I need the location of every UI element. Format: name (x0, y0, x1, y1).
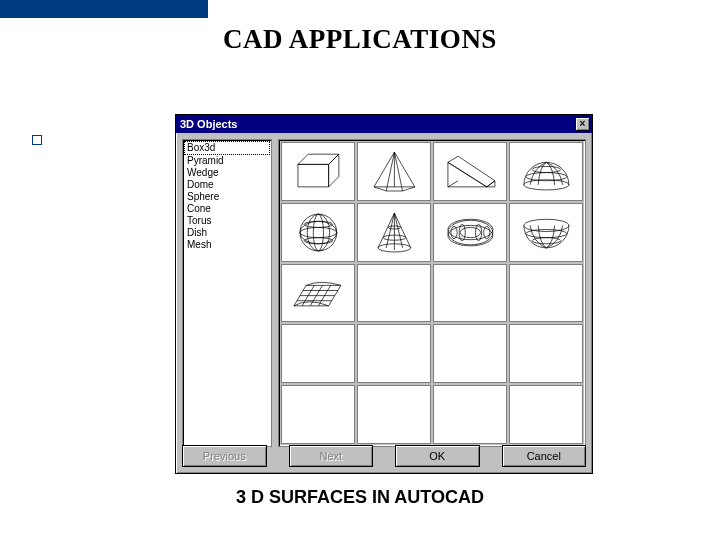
preview-blank[interactable] (433, 324, 507, 383)
svg-point-26 (448, 219, 493, 239)
svg-marker-0 (298, 164, 329, 186)
svg-point-27 (448, 225, 493, 245)
list-item[interactable]: Box3d (184, 141, 270, 155)
cancel-button[interactable]: Cancel (502, 445, 587, 467)
close-icon: × (580, 119, 586, 129)
preview-blank[interactable] (509, 264, 583, 323)
preview-dish[interactable] (509, 203, 583, 262)
preview-blank[interactable] (509, 324, 583, 383)
svg-point-24 (448, 220, 493, 245)
button-row: Previous Next OK Cancel (182, 445, 586, 467)
list-item[interactable]: Dome (184, 179, 270, 191)
preview-dome[interactable] (509, 142, 583, 201)
preview-blank[interactable] (281, 385, 355, 444)
svg-marker-9 (486, 181, 494, 187)
svg-line-6 (394, 152, 402, 191)
bullet-icon (32, 135, 42, 145)
svg-line-5 (386, 152, 394, 191)
slide-caption: 3 D SURFACES IN AUTOCAD (0, 487, 720, 508)
torus-icon (438, 207, 503, 258)
list-item[interactable]: Dish (184, 227, 270, 239)
wedge-icon (438, 146, 503, 197)
preview-grid (278, 139, 586, 447)
sphere-icon (286, 207, 351, 258)
slide-title: CAD APPLICATIONS (0, 24, 720, 55)
close-button[interactable]: × (575, 117, 590, 131)
preview-pyramid[interactable] (357, 142, 431, 201)
preview-mesh[interactable] (281, 264, 355, 323)
list-item[interactable]: Mesh (184, 239, 270, 251)
preview-blank[interactable] (433, 385, 507, 444)
svg-point-17 (313, 214, 323, 251)
preview-wedge[interactable] (433, 142, 507, 201)
svg-marker-2 (328, 154, 338, 187)
mesh-icon (286, 267, 351, 318)
dome-icon (514, 146, 579, 197)
svg-point-14 (300, 214, 337, 251)
svg-line-10 (448, 181, 458, 187)
preview-blank[interactable] (509, 385, 583, 444)
svg-point-15 (300, 227, 337, 237)
preview-sphere[interactable] (281, 203, 355, 262)
pyramid-icon (362, 146, 427, 197)
list-item[interactable]: Wedge (184, 167, 270, 179)
slide-accent-bar (0, 0, 208, 18)
preview-box3d[interactable] (281, 142, 355, 201)
previous-button[interactable]: Previous (182, 445, 267, 467)
dialog-title: 3D Objects (180, 118, 237, 130)
svg-point-18 (307, 214, 329, 251)
svg-point-16 (300, 221, 337, 243)
dialog-3d-objects: 3D Objects × Box3d Pyramid Wedge Dome Sp… (175, 114, 593, 474)
preview-torus[interactable] (433, 203, 507, 262)
list-item[interactable]: Torus (184, 215, 270, 227)
preview-blank[interactable] (357, 264, 431, 323)
list-item[interactable]: Sphere (184, 191, 270, 203)
preview-cone[interactable] (357, 203, 431, 262)
ok-button[interactable]: OK (395, 445, 480, 467)
preview-blank[interactable] (281, 324, 355, 383)
list-item[interactable]: Pyramid (184, 155, 270, 167)
preview-blank[interactable] (357, 385, 431, 444)
dialog-titlebar[interactable]: 3D Objects × (176, 115, 592, 133)
svg-marker-1 (298, 154, 339, 164)
preview-blank[interactable] (433, 264, 507, 323)
box3d-icon (286, 146, 351, 197)
svg-point-25 (460, 227, 480, 237)
preview-blank[interactable] (357, 324, 431, 383)
next-button[interactable]: Next (289, 445, 374, 467)
object-listbox[interactable]: Box3d Pyramid Wedge Dome Sphere Cone Tor… (182, 139, 272, 447)
list-item[interactable]: Cone (184, 203, 270, 215)
dish-icon (514, 207, 579, 258)
cone-icon (362, 207, 427, 258)
